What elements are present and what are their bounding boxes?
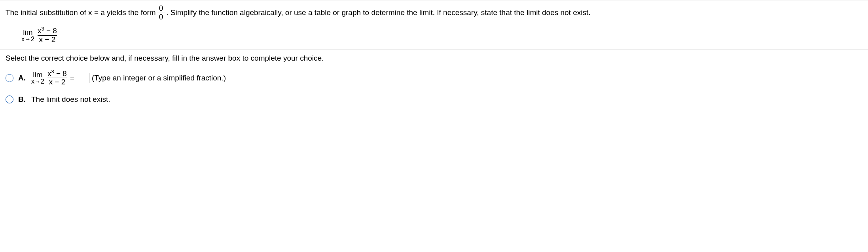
choice-b-text: The limit does not exist.	[31, 95, 110, 104]
answer-input[interactable]	[77, 73, 89, 83]
choices-container: A. lim x→2 x3 − 8 x − 2 = (Type an integ…	[6, 70, 862, 108]
choice-a-letter: A.	[18, 74, 26, 82]
lim-label: lim	[23, 29, 32, 36]
instruction-text-after: . Simplify the function algebraically, o…	[166, 8, 590, 17]
problem-instruction: The initial substitution of x = a yields…	[6, 4, 862, 21]
choice-a-fraction: x3 − 8 x − 2	[46, 70, 68, 87]
choice-a-hint: (Type an integer or a simplified fractio…	[92, 74, 226, 82]
equals-sign: =	[70, 74, 74, 82]
limit-operator: lim x→2	[21, 29, 34, 42]
choice-a-limit-operator: lim x→2	[31, 71, 44, 85]
choice-a-row: A. lim x→2 x3 − 8 x − 2 = (Type an integ…	[6, 70, 862, 87]
choice-b-row: B. The limit does not exist.	[6, 91, 862, 108]
instruction-text-before: The initial substitution of x = a yields…	[6, 8, 156, 17]
answer-prompt: Select the correct choice below and, if …	[6, 54, 862, 63]
limit-denominator: x − 2	[38, 35, 57, 44]
choice-b-letter: B.	[18, 95, 26, 104]
answer-section: Select the correct choice below and, if …	[0, 50, 868, 118]
lim-approach: x→2	[21, 36, 34, 42]
choice-b-radio[interactable]	[6, 95, 13, 103]
limit-numerator: x3 − 8	[36, 27, 59, 35]
frac-denominator: 0	[157, 13, 165, 21]
frac-numerator: 0	[157, 4, 165, 13]
choice-a-expression: lim x→2 x3 − 8 x − 2	[31, 70, 70, 87]
limit-fraction: x3 − 8 x − 2	[36, 27, 59, 44]
indeterminate-form-fraction: 0 0	[157, 4, 165, 21]
limit-expression: lim x→2 x3 − 8 x − 2	[21, 27, 862, 44]
choice-a-radio[interactable]	[6, 74, 13, 82]
problem-section: The initial substitution of x = a yields…	[0, 0, 868, 50]
